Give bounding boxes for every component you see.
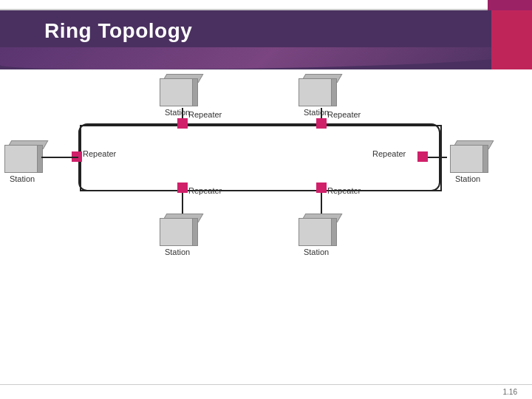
- repeater-dot-right: [417, 151, 428, 162]
- station-bottom-left: Station: [157, 214, 198, 256]
- page-number: 1.16: [503, 388, 517, 396]
- footer: 1.16: [0, 384, 532, 399]
- repeater-dot-top-left: [177, 118, 188, 129]
- repeater-label-right: Repeater: [372, 149, 406, 158]
- station-bottom-right-cube: [296, 214, 337, 246]
- header-bar: [0, 0, 532, 10]
- station-bottom-right-label: Station: [304, 248, 329, 256]
- station-left-label: Station: [10, 174, 35, 183]
- station-bottom-left-label: Station: [165, 248, 190, 256]
- repeater-dot-top-right: [316, 118, 327, 129]
- repeater-label-top-left: Repeater: [188, 110, 222, 119]
- station-right-cube: [447, 140, 488, 173]
- repeater-dot-mid-right: [316, 183, 327, 193]
- station-right-label: Station: [455, 174, 480, 183]
- title-section: Ring Topology: [0, 10, 532, 69]
- station-left-cube: [1, 140, 43, 173]
- station-left: Station: [1, 140, 43, 183]
- repeater-label-mid-left: Repeater: [188, 186, 222, 195]
- station-right: Station: [447, 140, 488, 183]
- slide: Ring Topology Station: [0, 10, 532, 384]
- diagram-area: Station Station Station: [0, 69, 532, 384]
- station-bottom-right: Station: [296, 214, 337, 256]
- repeater-label-top-right: Repeater: [327, 110, 361, 119]
- station-top-left-cube: [157, 74, 198, 106]
- accent-top-right: [488, 0, 532, 10]
- line-right-ext: [428, 157, 447, 158]
- page-title: Ring Topology: [44, 19, 192, 43]
- line-station-tr-to-rep: [321, 108, 322, 118]
- cube-right: [192, 78, 198, 106]
- station-top-right-cube: [296, 74, 337, 106]
- station-top-left-label: Station: [165, 108, 190, 117]
- station-bottom-left-cube: [157, 214, 198, 246]
- cube-front: [160, 78, 197, 106]
- line-station-tl-to-rep: [182, 108, 183, 118]
- title-wave: [0, 47, 532, 69]
- title-pink-accent: [491, 10, 532, 69]
- line-rep-ml-to-station-bl: [182, 193, 183, 214]
- repeater-label-left: Repeater: [83, 149, 116, 158]
- repeater-dot-mid-left: [177, 183, 188, 193]
- station-top-right-label: Station: [304, 108, 329, 117]
- line-left-ext: [41, 157, 78, 158]
- repeater-label-mid-right: Repeater: [327, 186, 361, 195]
- line-rep-mr-to-station-br: [321, 193, 322, 214]
